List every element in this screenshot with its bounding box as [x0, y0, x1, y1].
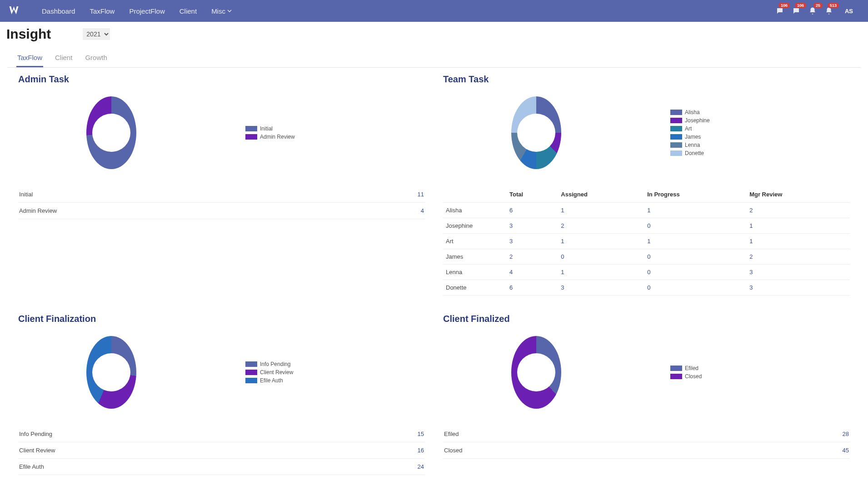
table-cell-value: 3 [507, 218, 558, 234]
nav-projectflow[interactable]: ProjectFlow [122, 0, 172, 22]
table-row[interactable]: James2002 [443, 249, 850, 265]
page-title: Insight [6, 26, 51, 42]
tab-taxflow[interactable]: TaxFlow [16, 50, 43, 67]
page-subheader: Insight 2021 [0, 22, 868, 44]
legend-label: Efiled [685, 365, 698, 371]
tab-client[interactable]: Client [54, 50, 73, 67]
row-label: Info Pending [19, 431, 52, 437]
row-value: 15 [418, 431, 424, 437]
team-table-header: TotalAssignedIn ProgressMgr Review [443, 186, 850, 203]
row-label: Efile Auth [19, 463, 44, 470]
main-nav: Dashboard TaxFlow ProjectFlow Client Mis… [35, 0, 239, 22]
table-row[interactable]: Alisha6112 [443, 203, 850, 218]
legend-swatch [670, 150, 682, 156]
card-team-task: Team Task AlishaJosephineArtJamesLennaDo… [443, 74, 850, 296]
card-title-admin: Admin Task [18, 74, 425, 85]
table-row[interactable]: Donette6303 [443, 280, 850, 296]
chat-icon-1[interactable]: 106 [774, 5, 785, 16]
legend-item[interactable]: Info Pending [245, 361, 293, 367]
team-table: TotalAssignedIn ProgressMgr Review Alish… [443, 186, 850, 296]
legend-item[interactable]: Efiled [670, 365, 702, 371]
donut-admin-task[interactable] [86, 96, 136, 169]
data-row[interactable]: Admin Review4 [18, 203, 425, 219]
data-row[interactable]: Efile Auth24 [18, 459, 425, 475]
chevron-down-icon [227, 9, 232, 13]
legend-item[interactable]: James [670, 134, 710, 140]
legend-swatch [670, 366, 682, 371]
table-cell-value: 0 [644, 249, 747, 265]
row-label: Closed [444, 447, 462, 454]
table-cell-value: 3 [558, 280, 644, 296]
bell-icon-2[interactable]: 513 [823, 5, 834, 16]
legend-item[interactable]: Alisha [670, 109, 710, 115]
nav-misc-label: Misc [211, 7, 225, 15]
nav-dashboard[interactable]: Dashboard [35, 0, 82, 22]
legend-swatch [670, 374, 682, 379]
legend-label: James [685, 134, 701, 140]
legend-label: Lenna [685, 142, 700, 148]
legend-admin-task: InitialAdmin Review [245, 125, 295, 140]
table-row[interactable]: Art3111 [443, 234, 850, 249]
card-client-finalization: Client Finalization Info PendingClient R… [18, 314, 425, 475]
header-notifications: 106 106 25 513 AS [774, 5, 855, 17]
card-title-team: Team Task [443, 74, 850, 85]
table-cell-value: 2 [747, 203, 850, 218]
data-row[interactable]: Info Pending15 [18, 426, 425, 442]
bell-badge-2: 513 [828, 3, 839, 8]
user-avatar[interactable]: AS [843, 5, 855, 17]
legend-item[interactable]: Efile Auth [245, 377, 293, 384]
table-header-cell: Total [507, 186, 558, 203]
table-cell-name: Alisha [443, 203, 507, 218]
legend-item[interactable]: Lenna [670, 142, 710, 148]
row-label: Client Review [19, 447, 55, 454]
table-cell-value: 0 [558, 249, 644, 265]
table-header-cell: Assigned [558, 186, 644, 203]
legend-item[interactable]: Admin Review [245, 134, 295, 140]
data-row[interactable]: Client Review16 [18, 442, 425, 459]
data-row[interactable]: Efiled28 [443, 426, 850, 442]
table-cell-value: 0 [644, 265, 747, 280]
data-row[interactable]: Closed45 [443, 442, 850, 459]
tab-growth[interactable]: Growth [84, 50, 108, 67]
donut-team-task[interactable] [511, 96, 561, 169]
table-cell-value: 2 [747, 249, 850, 265]
legend-item[interactable]: Josephine [670, 117, 710, 124]
legend-item[interactable]: Art [670, 125, 710, 132]
table-cell-value: 6 [507, 280, 558, 296]
legend-label: Client Review [260, 369, 293, 376]
legend-client-finalization: Info PendingClient ReviewEfile Auth [245, 361, 293, 384]
legend-team-task: AlishaJosephineArtJamesLennaDonette [670, 109, 710, 156]
legend-item[interactable]: Client Review [245, 369, 293, 376]
legend-item[interactable]: Closed [670, 373, 702, 380]
year-select[interactable]: 2021 [83, 28, 110, 40]
legend-item[interactable]: Initial [245, 125, 295, 132]
donut-client-finalized[interactable] [511, 336, 561, 409]
row-label: Admin Review [19, 207, 57, 214]
table-row[interactable]: Lenna4103 [443, 265, 850, 280]
table-row[interactable]: Josephine3201 [443, 218, 850, 234]
legend-label: Admin Review [260, 134, 295, 140]
row-value: 16 [418, 447, 424, 454]
nav-misc[interactable]: Misc [204, 0, 239, 22]
donut-client-finalization[interactable] [86, 336, 136, 409]
data-row[interactable]: Initial11 [18, 186, 425, 203]
bell-icon-1[interactable]: 25 [807, 5, 818, 16]
table-cell-value: 1 [644, 203, 747, 218]
legend-swatch [245, 126, 257, 131]
nav-client[interactable]: Client [172, 0, 204, 22]
legend-label: Closed [685, 373, 702, 380]
table-cell-value: 3 [747, 280, 850, 296]
row-label: Initial [19, 191, 33, 198]
app-logo[interactable] [8, 4, 22, 18]
legend-label: Alisha [685, 109, 700, 115]
table-cell-value: 1 [747, 234, 850, 249]
chat-icon-2[interactable]: 106 [791, 5, 802, 16]
legend-item[interactable]: Donette [670, 150, 710, 156]
table-header-cell: In Progress [644, 186, 747, 203]
nav-taxflow[interactable]: TaxFlow [82, 0, 122, 22]
row-value: 4 [421, 207, 424, 214]
table-cell-value: 4 [507, 265, 558, 280]
row-value: 45 [843, 447, 849, 454]
table-cell-value: 6 [507, 203, 558, 218]
table-cell-name: Josephine [443, 218, 507, 234]
